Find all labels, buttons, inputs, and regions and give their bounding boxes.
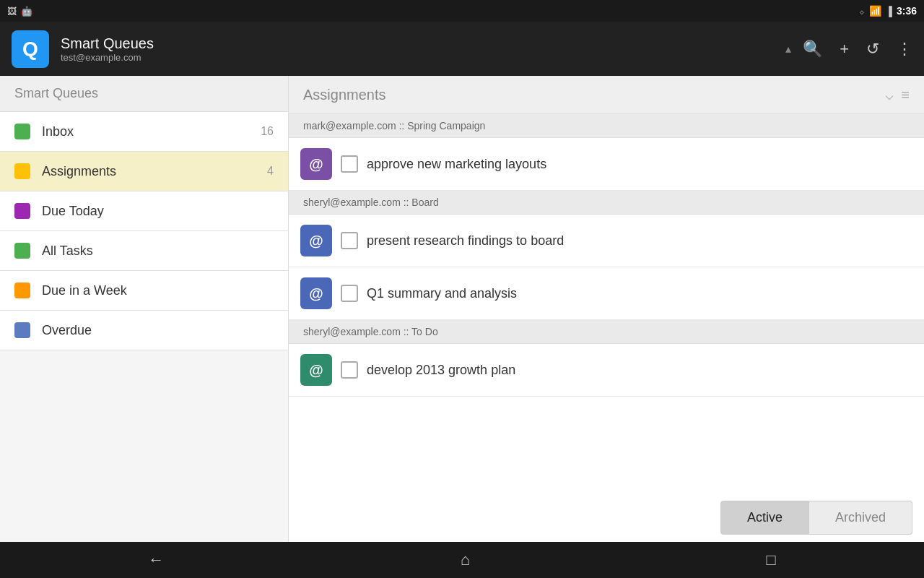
task-item-3[interactable]: @ develop 2013 growth plan	[289, 344, 924, 397]
sidebar-item-assignments[interactable]: Assignments 4	[0, 152, 288, 191]
back-icon[interactable]: ←	[148, 551, 164, 569]
task-avatar-2: @	[300, 277, 332, 309]
image-icon: 🖼	[7, 6, 17, 17]
content-title: Assignments	[303, 87, 878, 103]
group-header-board: sheryl@example.com :: Board	[289, 191, 924, 215]
group-header-spring: mark@example.com :: Spring Campaign	[289, 114, 924, 138]
due-today-label: Due Today	[42, 204, 262, 219]
signal-icon: ▴	[785, 42, 791, 56]
task-checkbox-1[interactable]	[341, 232, 358, 249]
battery-icon: ▐	[886, 6, 892, 17]
android-icon: 🤖	[21, 6, 32, 17]
due-week-label: Due in a Week	[42, 283, 262, 298]
sidebar-item-due-today[interactable]: Due Today	[0, 191, 288, 231]
task-avatar-0: @	[300, 148, 332, 180]
due-today-dot	[14, 203, 30, 219]
task-item-2[interactable]: @ Q1 summary and analysis	[289, 267, 924, 320]
tab-archived[interactable]: Archived	[809, 501, 912, 535]
content-header: Assignments ⌵ ≡	[289, 76, 924, 114]
inbox-label: Inbox	[42, 124, 249, 139]
assignments-count: 4	[267, 165, 274, 178]
app-logo: Q	[12, 30, 49, 68]
tab-bar: Active Archived	[720, 501, 912, 535]
sort-down-icon[interactable]: ⌵	[885, 86, 894, 103]
recents-icon[interactable]: □	[766, 551, 775, 569]
app-subtitle: test@example.com	[61, 52, 774, 63]
assignments-label: Assignments	[42, 164, 256, 179]
home-icon[interactable]: ⌂	[461, 551, 470, 569]
task-avatar-3: @	[300, 354, 332, 386]
more-icon[interactable]: ⋮	[897, 40, 912, 59]
bluetooth-icon: ⬦	[859, 6, 865, 17]
search-icon[interactable]: 🔍	[803, 40, 822, 59]
overdue-dot	[14, 322, 30, 338]
status-bar: 🖼 🤖 ⬦ 📶 ▐ 3:36	[0, 0, 924, 22]
status-bar-left: 🖼 🤖	[7, 6, 32, 17]
spacer	[289, 397, 924, 454]
sidebar-item-inbox[interactable]: Inbox 16	[0, 112, 288, 152]
task-checkbox-2[interactable]	[341, 285, 358, 302]
group-header-todo: sheryl@example.com :: To Do	[289, 320, 924, 344]
task-item-0[interactable]: @ approve new marketing layouts	[289, 138, 924, 191]
main-layout: Smart Queues Inbox 16 Assignments 4 Due …	[0, 76, 924, 542]
content-body: mark@example.com :: Spring Campaign @ ap…	[289, 114, 924, 542]
app-title-block: Smart Queues test@example.com	[61, 35, 774, 63]
app-bar: Q Smart Queues test@example.com ▴ 🔍 + ↺ …	[0, 22, 924, 76]
app-title: Smart Queues	[61, 35, 774, 52]
sidebar-item-overdue[interactable]: Overdue	[0, 311, 288, 350]
task-text-2: Q1 summary and analysis	[367, 286, 912, 301]
sidebar: Smart Queues Inbox 16 Assignments 4 Due …	[0, 76, 289, 542]
all-tasks-label: All Tasks	[42, 243, 262, 259]
overdue-label: Overdue	[42, 323, 262, 338]
refresh-icon[interactable]: ↺	[866, 40, 879, 59]
task-checkbox-3[interactable]	[341, 361, 358, 379]
bottom-nav: ← ⌂ □	[0, 542, 924, 578]
inbox-count: 16	[261, 125, 274, 138]
wifi-icon: 📶	[869, 5, 881, 17]
task-checkbox-0[interactable]	[341, 155, 358, 173]
content-scroll[interactable]: mark@example.com :: Spring Campaign @ ap…	[289, 114, 924, 542]
task-text-1: present research findings to board	[367, 233, 912, 249]
status-bar-right: ⬦ 📶 ▐ 3:36	[859, 5, 917, 17]
task-item-1[interactable]: @ present research findings to board	[289, 215, 924, 267]
add-icon[interactable]: +	[840, 40, 849, 59]
sidebar-item-all-tasks[interactable]: All Tasks	[0, 231, 288, 271]
status-time: 3:36	[897, 5, 917, 17]
content-panel: Assignments ⌵ ≡ mark@example.com :: Spri…	[289, 76, 924, 542]
sidebar-title: Smart Queues	[0, 76, 288, 112]
due-week-dot	[14, 282, 30, 298]
filter-icon[interactable]: ≡	[901, 87, 910, 103]
app-bar-actions: 🔍 + ↺ ⋮	[803, 40, 912, 59]
task-text-3: develop 2013 growth plan	[367, 363, 912, 378]
sidebar-item-due-week[interactable]: Due in a Week	[0, 271, 288, 311]
all-tasks-dot	[14, 243, 30, 259]
task-avatar-1: @	[300, 225, 332, 256]
assignments-dot	[14, 163, 30, 179]
tab-active[interactable]: Active	[720, 501, 809, 535]
task-text-0: approve new marketing layouts	[367, 157, 912, 172]
inbox-dot	[14, 124, 30, 139]
